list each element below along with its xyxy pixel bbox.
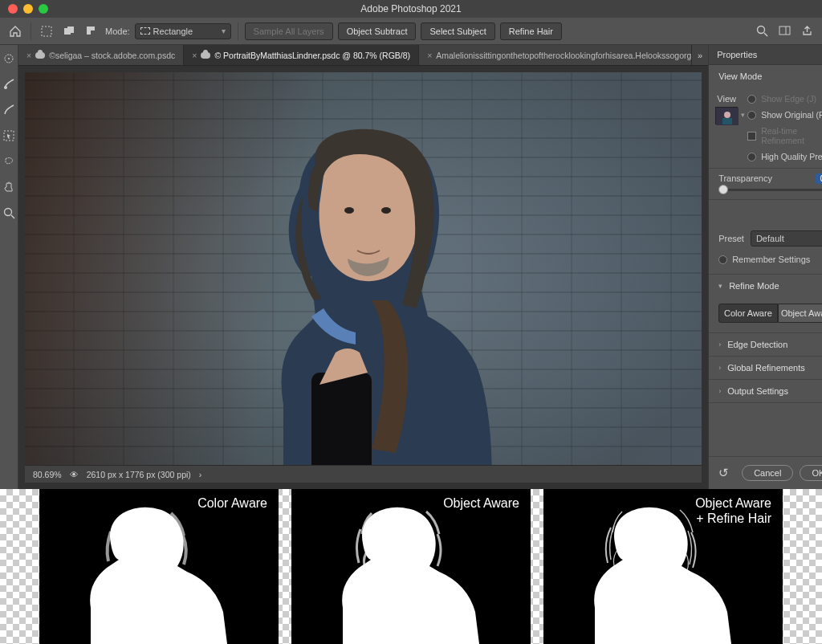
zoom-value[interactable]: 80.69%: [33, 470, 62, 479]
quick-select-tool[interactable]: [0, 50, 18, 67]
minimize-window-icon[interactable]: [23, 4, 33, 14]
svg-point-13: [4, 208, 11, 215]
svg-point-19: [724, 112, 730, 118]
options-bar: Mode: Rectangle Sample All Layers Object…: [0, 18, 822, 45]
edge-detection-header[interactable]: ›Edge Detection: [709, 333, 822, 356]
app-title: Adobe Photoshop 2021: [360, 3, 461, 14]
hq-preview-option[interactable]: High Quality Preview: [747, 152, 822, 161]
new-selection-icon[interactable]: [38, 22, 55, 40]
svg-point-16: [381, 207, 391, 214]
output-settings-header[interactable]: ›Output Settings: [709, 380, 822, 402]
add-selection-icon[interactable]: [60, 22, 78, 40]
mask-silhouette: [579, 503, 747, 644]
tab-document-3[interactable]: × Amalelionissittingonthetopoftherockloo…: [419, 45, 692, 65]
svg-point-10: [8, 58, 10, 59]
svg-rect-7: [779, 26, 790, 35]
status-bar: 80.69% 👁 2610 px x 1776 px (300 ppi) ›: [25, 465, 702, 483]
show-original-option[interactable]: Show Original (P): [747, 110, 822, 120]
subtract-selection-icon[interactable]: [83, 22, 100, 40]
chevron-right-icon[interactable]: ›: [199, 470, 202, 479]
lasso-tool[interactable]: [0, 153, 18, 170]
portrait-subject: [187, 72, 540, 465]
ok-button[interactable]: OK: [800, 465, 822, 481]
transparency-label: Transparency: [718, 173, 772, 184]
workspace-icon[interactable]: [775, 22, 793, 40]
cloud-icon: [201, 52, 210, 59]
home-icon[interactable]: [6, 22, 24, 40]
search-icon[interactable]: [753, 22, 771, 40]
preset-select[interactable]: Default: [751, 230, 822, 247]
cancel-button[interactable]: Cancel: [742, 465, 793, 481]
mode-select[interactable]: Rectangle: [135, 23, 231, 39]
document-info: 2610 px x 1776 px (300 ppi): [87, 470, 191, 479]
reset-icon[interactable]: ↺: [718, 466, 729, 480]
show-edge-option[interactable]: Show Edge (J): [747, 94, 822, 104]
share-icon[interactable]: [798, 22, 816, 40]
rectangle-icon: [140, 27, 150, 35]
svg-rect-0: [42, 26, 51, 36]
window-titlebar: Adobe Photoshop 2021: [0, 0, 822, 18]
document-canvas[interactable]: [25, 72, 702, 465]
close-tab-icon[interactable]: ×: [192, 51, 197, 60]
view-thumbnail-select[interactable]: [715, 107, 738, 124]
remember-settings-option[interactable]: Remember Settings: [709, 255, 822, 274]
global-refinements-header[interactable]: ›Global Refinements: [709, 357, 822, 379]
mask-silhouette: [327, 503, 495, 644]
refine-hair-button[interactable]: Refine Hair: [500, 22, 562, 40]
object-subtract-button[interactable]: Object Subtract: [338, 22, 417, 40]
mask-card-color-aware: Color Aware: [39, 489, 279, 644]
svg-line-6: [764, 33, 767, 36]
preset-label: Preset: [718, 234, 744, 243]
transparency-slider[interactable]: [718, 189, 822, 191]
document-tabs: × ©seligaa – stock.adobe.com.psdc × © Po…: [18, 45, 708, 66]
sample-all-layers-button: Sample All Layers: [245, 22, 333, 40]
svg-rect-4: [91, 31, 96, 36]
realtime-option[interactable]: Real-time Refinement: [747, 126, 822, 145]
properties-tab[interactable]: Properties: [709, 45, 822, 65]
view-mode-header[interactable]: View Mode: [709, 65, 822, 88]
tab-document-2[interactable]: × © PortraitByMatthiasLindner.psdc @ 80.…: [184, 45, 419, 65]
close-window-icon[interactable]: [8, 4, 18, 14]
svg-rect-2: [67, 26, 74, 33]
tool-column: [0, 45, 18, 489]
zoom-tool[interactable]: [0, 204, 18, 222]
mode-value: Rectangle: [153, 26, 193, 36]
svg-rect-20: [722, 118, 732, 124]
color-aware-button[interactable]: Color Aware: [718, 304, 778, 323]
mask-card-object-aware: Object Aware: [291, 489, 531, 644]
window-controls: [0, 4, 48, 14]
tabs-overflow-icon[interactable]: »: [692, 45, 708, 65]
svg-rect-17: [311, 373, 372, 465]
object-select-tool[interactable]: [0, 127, 18, 145]
brush-tool[interactable]: [0, 101, 18, 119]
cloud-icon: [35, 52, 45, 59]
tab-label: Amalelionissittingonthetopoftherocklooki…: [436, 51, 692, 60]
svg-point-5: [757, 26, 764, 34]
close-tab-icon[interactable]: ×: [427, 51, 432, 60]
hand-tool[interactable]: [0, 178, 18, 196]
properties-panel: Properties View Mode View Show Edge (J) …: [708, 45, 822, 489]
svg-point-15: [344, 207, 354, 214]
object-aware-button[interactable]: Object Aware: [778, 304, 822, 323]
tab-document-1[interactable]: × ©seligaa – stock.adobe.com.psdc: [18, 45, 184, 65]
mask-card-object-aware-refine: Object Aware + Refine Hair: [543, 489, 783, 644]
tab-label: ©seligaa – stock.adobe.com.psdc: [49, 51, 175, 60]
svg-line-14: [11, 215, 14, 218]
transparency-value[interactable]: 0%: [816, 173, 822, 184]
brush-add-tool[interactable]: [0, 75, 18, 93]
select-subject-button[interactable]: Select Subject: [421, 22, 494, 40]
mask-silhouette: [75, 503, 243, 644]
mode-label: Mode:: [105, 26, 130, 36]
maximize-window-icon[interactable]: [39, 4, 48, 14]
tab-label: © PortraitByMatthiasLindner.psdc @ 80.7%…: [214, 51, 410, 60]
svg-point-11: [4, 86, 7, 89]
refine-mode-header[interactable]: ▾Refine Mode: [709, 275, 822, 297]
close-tab-icon[interactable]: ×: [26, 51, 31, 60]
mask-comparison-strip: Color Aware Object Aware Object Aware + …: [0, 489, 822, 644]
view-label: View: [717, 94, 736, 104]
